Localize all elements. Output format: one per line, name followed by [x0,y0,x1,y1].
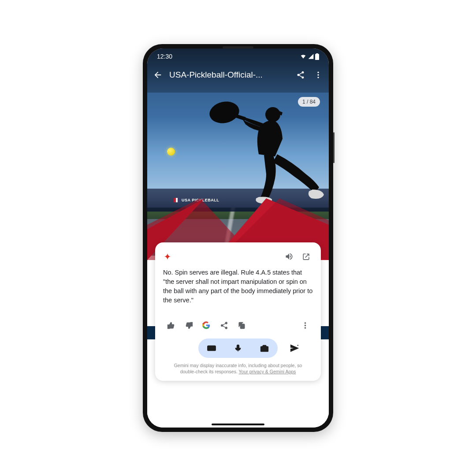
screen: USA PICKLEBALL [147,48,329,428]
phone-frame: USA PICKLEBALL [143,44,333,432]
svg-point-7 [317,72,319,73]
svg-point-9 [317,77,319,78]
svg-rect-17 [208,346,216,351]
camera-button[interactable] [256,339,273,357]
svg-point-10 [225,322,227,324]
page-indicator[interactable]: 1 / 84 [298,97,320,107]
svg-point-11 [221,324,223,326]
svg-point-19 [263,347,266,350]
svg-point-20 [298,345,298,346]
svg-point-12 [225,327,227,329]
privacy-link[interactable]: Your privacy & Gemini Apps [239,369,296,374]
top-overlay: 12:30 USA-Pickleball-Official-... [147,48,329,93]
app-bar: USA-Pickleball-Official-... [147,64,329,86]
google-search-button[interactable] [198,317,214,333]
disclaimer-line2: double-check its responses. [180,369,239,374]
gemini-spark-icon [163,252,172,261]
open-external-button[interactable] [299,249,313,264]
svg-point-16 [305,327,306,328]
assistant-response-card: No. Spin serves are illegal. Rule 4.A.5 … [155,242,321,381]
read-aloud-button[interactable] [282,249,296,264]
pickleball-ball [167,148,175,156]
svg-point-15 [305,325,306,326]
input-pill [198,338,278,358]
response-actions [163,317,313,333]
battery-icon [315,53,319,60]
svg-point-14 [305,322,306,324]
home-indicator[interactable] [212,424,264,425]
share-button[interactable] [294,69,307,81]
svg-point-8 [317,74,319,75]
disclaimer-text: Gemini may display inaccurate info, incl… [163,362,313,375]
status-bar: 12:30 [147,48,329,64]
send-button[interactable] [286,339,303,357]
thumbs-up-button[interactable] [163,317,179,333]
thumbs-down-button[interactable] [181,317,197,333]
overflow-menu-button[interactable] [312,69,324,81]
input-row [163,338,313,358]
more-actions-button[interactable] [297,317,313,333]
wifi-icon [300,53,307,60]
mic-button[interactable] [229,339,247,357]
app-bar-title: USA-Pickleball-Official-... [169,70,289,80]
signal-icon [308,53,314,60]
svg-point-0 [208,99,241,126]
back-button[interactable] [152,69,164,81]
share-response-button[interactable] [216,317,232,333]
keyboard-button[interactable] [203,339,220,357]
disclaimer-line1: Gemini may display inaccurate info, incl… [174,363,302,368]
svg-rect-13 [240,324,245,328]
status-time: 12:30 [157,53,172,60]
copy-button[interactable] [234,317,249,333]
response-text: No. Spin serves are illegal. Rule 4.A.5 … [163,268,313,305]
status-indicators [300,53,319,60]
phone-speaker [223,46,253,48]
